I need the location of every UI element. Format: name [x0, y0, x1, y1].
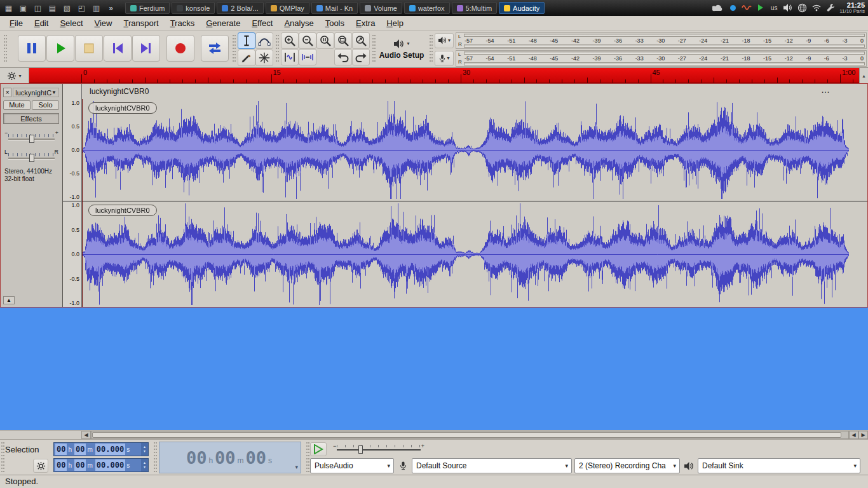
task-mail[interactable]: Mail - Kn — [311, 2, 358, 14]
editor-icon[interactable]: ▧ — [62, 3, 72, 13]
wifi-icon[interactable] — [811, 3, 822, 13]
horizontal-scrollbar[interactable]: ◀ ◀ ▶ — [81, 431, 868, 439]
undo-button[interactable] — [334, 49, 352, 65]
speed-slider-handle[interactable] — [358, 445, 363, 454]
audio-position-display[interactable]: 00h00m00s ▾ — [159, 442, 301, 473]
status-dot-icon[interactable] — [728, 3, 737, 13]
selection-tool-button[interactable] — [238, 32, 255, 49]
keyboard-layout-indicator[interactable]: us — [770, 3, 778, 13]
app-menu-icon[interactable]: ▦ — [3, 3, 14, 13]
envelope-tool-button[interactable] — [255, 32, 273, 49]
gain-slider-handle[interactable] — [29, 135, 34, 143]
timeline-corner-button[interactable]: ▲ — [859, 68, 868, 83]
pager-icon[interactable]: ◫ — [32, 3, 43, 13]
playback-meter-menu-button[interactable]: ▾ — [435, 33, 454, 48]
network-icon[interactable] — [797, 3, 807, 13]
media-play-icon[interactable] — [756, 3, 765, 13]
effect[interactable]: Effect — [246, 18, 278, 28]
fit-project-button[interactable] — [334, 32, 352, 49]
transport[interactable]: Transport — [118, 18, 164, 28]
clip-menu-button[interactable]: … — [821, 85, 831, 95]
trim-audio-button[interactable] — [281, 49, 299, 65]
files-icon[interactable]: ▤ — [47, 3, 58, 13]
time-toolbar-grip[interactable] — [154, 442, 157, 473]
zoom-selection-button[interactable] — [316, 32, 334, 49]
file[interactable]: File — [4, 18, 29, 28]
edit-toolbar-grip[interactable] — [276, 35, 279, 63]
zoom-in-button[interactable] — [281, 32, 299, 49]
multi-tool-button[interactable] — [255, 50, 273, 66]
loop-button[interactable] — [201, 35, 229, 62]
effects-button[interactable]: Effects — [3, 113, 59, 124]
horizontal-scroll-thumb[interactable] — [92, 432, 841, 438]
meter-toolbar-grip[interactable] — [430, 35, 433, 63]
spinner-icon[interactable]: ▴▾ — [141, 459, 148, 471]
zoom-toggle-button[interactable] — [352, 32, 370, 49]
clock[interactable]: 21:25 11/10 Paris — [839, 1, 865, 15]
timeline-ruler[interactable]: 01530451:00 — [29, 68, 859, 83]
task-waterfox[interactable]: waterfox — [404, 2, 450, 14]
launcher-arrow-icon[interactable]: » — [105, 3, 116, 13]
tools[interactable]: Tools — [320, 18, 350, 28]
scroll-left-button[interactable]: ◀ — [81, 431, 91, 439]
gain-slider[interactable]: − + — [3, 130, 60, 145]
waveform-left-channel[interactable] — [82, 99, 867, 201]
track-collapse-button[interactable]: ▲ — [3, 296, 15, 304]
play-button[interactable] — [46, 35, 74, 62]
skip-to-start-button[interactable] — [104, 35, 132, 62]
weather-icon[interactable] — [712, 3, 724, 13]
scroll-right-button[interactable]: ▶ — [858, 431, 868, 439]
playback-meter[interactable]: ▾ L R -57-54-51-48-45-42-39-36-33-30-27-… — [435, 32, 867, 49]
mute-button[interactable]: Mute — [3, 100, 31, 110]
help[interactable]: Help — [381, 18, 409, 28]
audio-setup-grip[interactable] — [372, 35, 376, 63]
task-konsole[interactable]: konsole — [172, 2, 215, 14]
pan-slider-handle[interactable] — [29, 154, 34, 162]
skip-to-end-button[interactable] — [132, 35, 160, 62]
edit[interactable]: Edit — [29, 18, 54, 28]
timeline-options-button[interactable]: ▾ — [0, 68, 29, 83]
waveform-right-channel[interactable] — [82, 201, 867, 307]
chevron-down-icon[interactable]: ▾ — [295, 464, 298, 470]
track-close-button[interactable]: × — [3, 88, 11, 97]
task-bola[interactable]: 2 Bola/... — [217, 2, 263, 14]
playback-speed-slider[interactable]: − + — [332, 443, 426, 456]
clipboard-icon[interactable]: ▥ — [91, 3, 102, 13]
audio-host-select[interactable]: PulseAudio▾ — [310, 458, 394, 473]
vertical-scale-ruler[interactable]: 1.00.50.0-0.5-1.0 1.00.50.0-0.5-1.0 — [63, 84, 82, 307]
speed-toolbar-grip[interactable] — [306, 442, 309, 473]
spinner-icon[interactable]: ▴▾ — [141, 443, 148, 456]
recording-channels-select[interactable]: 2 (Stereo) Recording Cha▾ — [574, 458, 680, 473]
draw-tool-button[interactable] — [238, 50, 255, 66]
selection-toolbar-grip[interactable] — [1, 442, 4, 473]
selection-end-field[interactable]: 00h00m00.000s ▴▾ — [53, 458, 149, 472]
task-ferdium[interactable]: Ferdium — [125, 2, 170, 14]
capture-icon[interactable]: ◰ — [76, 3, 87, 13]
track-name-button[interactable]: luckynightC▼ — [13, 88, 59, 97]
task-volume[interactable]: Volume — [360, 2, 402, 14]
stop-button[interactable] — [75, 35, 103, 62]
play-at-speed-button[interactable] — [310, 442, 327, 456]
task-multimedia[interactable]: 5:Multim — [452, 2, 498, 14]
pan-slider[interactable]: L R — [3, 149, 60, 164]
analyse[interactable]: Analyse — [278, 18, 319, 28]
recording-meter[interactable]: ▾ L R -57-54-51-48-45-42-39-36-33-30-27-… — [435, 50, 867, 67]
tracks[interactable]: Tracks — [165, 18, 201, 28]
audio-setup-button[interactable]: ▾ Audio Setup — [376, 34, 427, 64]
view[interactable]: View — [89, 18, 118, 28]
task-audacity[interactable]: Audacity — [499, 2, 545, 14]
solo-button[interactable]: Solo — [32, 100, 59, 110]
clip-name-chip[interactable]: luckynightCVBR0 — [88, 205, 157, 216]
scroll-left-end-button[interactable]: ◀ — [849, 431, 858, 439]
desktop-icon[interactable]: ▣ — [18, 3, 29, 13]
pause-button[interactable] — [18, 35, 46, 62]
playback-device-select[interactable]: Default Sink▾ — [698, 458, 860, 473]
extra[interactable]: Extra — [350, 18, 381, 28]
recording-meter-menu-button[interactable]: ▾ — [435, 51, 454, 66]
zoom-out-button[interactable] — [299, 32, 316, 49]
select[interactable]: Select — [54, 18, 88, 28]
activity-icon[interactable] — [742, 3, 752, 13]
selection-start-field[interactable]: 00h00m00.000s ▴▾ — [53, 442, 149, 456]
generate[interactable]: Generate — [200, 18, 246, 28]
record-button[interactable] — [166, 35, 194, 62]
